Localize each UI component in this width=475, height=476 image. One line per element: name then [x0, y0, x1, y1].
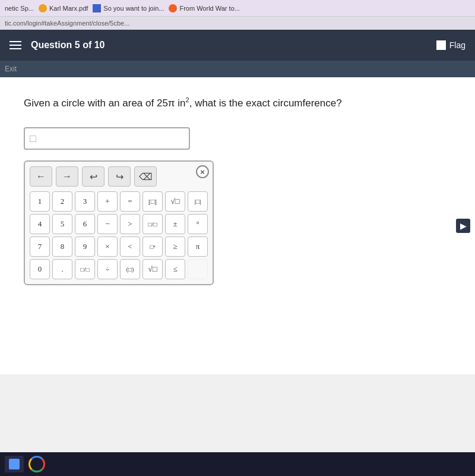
key-5[interactable]: 5	[52, 214, 72, 234]
key-7[interactable]: 7	[30, 237, 50, 257]
keyboard-row-4: 0 . □/□ ÷ (□) √□ ≤	[30, 259, 208, 279]
tab-join[interactable]: So you want to join...	[93, 4, 164, 12]
question-text-before: Given a circle with an area of 25	[24, 97, 168, 109]
globe-icon	[169, 4, 177, 12]
question-text-middle: in	[175, 97, 186, 109]
question-text-after: , what is the exact circumference?	[189, 97, 342, 109]
key-9[interactable]: 9	[75, 237, 95, 257]
key-less[interactable]: <	[120, 237, 140, 257]
key-dot[interactable]: .	[52, 259, 72, 279]
keyboard-row-3: 7 8 9 × < □ⁿ ≥ π	[30, 237, 208, 257]
tab-netic-label: netic Sp...	[5, 5, 34, 12]
taskbar-chrome-icon[interactable]	[28, 456, 45, 472]
key-geq[interactable]: ≥	[165, 237, 185, 257]
answer-placeholder: □	[30, 133, 36, 145]
taskbar	[0, 452, 475, 476]
nav-right-button[interactable]: →	[56, 166, 78, 187]
main-content: Given a circle with an area of 25π in2, …	[0, 77, 475, 374]
question-text: Given a circle with an area of 25π in2, …	[24, 95, 451, 111]
answer-input[interactable]: □	[24, 127, 190, 150]
key-plusminus[interactable]: ±	[165, 214, 185, 234]
key-sqrt[interactable]: √□	[165, 191, 185, 212]
exit-bar: Exit	[0, 61, 475, 77]
right-arrow-icon: ▶	[460, 221, 467, 231]
tab-join-label: So you want to join...	[103, 5, 164, 12]
key-pi[interactable]: π	[188, 237, 208, 257]
key-plus[interactable]: +	[97, 191, 118, 212]
keyboard-nav-row: ← → ↩ ↪ ⌫	[30, 166, 208, 187]
key-8[interactable]: 8	[52, 237, 72, 257]
nav-backspace-button[interactable]: ⌫	[134, 166, 157, 187]
url-text: tic.com/login#takeAssignment/close/5cbe.…	[5, 20, 129, 27]
table-icon	[93, 4, 101, 12]
flag-label: Flag	[449, 40, 466, 50]
nav-redo-button[interactable]: ↪	[108, 166, 131, 187]
keyboard-close-button[interactable]: ×	[196, 165, 209, 178]
key-1[interactable]: 1	[30, 191, 50, 212]
key-frac[interactable]: □/□	[142, 214, 163, 234]
key-minus[interactable]: −	[97, 214, 118, 234]
key-empty	[188, 259, 208, 279]
key-4[interactable]: 4	[30, 214, 50, 234]
hamburger-line-1	[10, 41, 21, 42]
tab-karl-label: Karl Marx.pdf	[49, 5, 88, 12]
key-6[interactable]: 6	[75, 214, 95, 234]
key-leq[interactable]: ≤	[165, 259, 185, 279]
key-abs[interactable]: |□|	[188, 191, 208, 212]
exit-label: Exit	[5, 65, 17, 73]
hamburger-line-3	[10, 48, 21, 49]
key-bracket-val[interactable]: [□]	[142, 191, 163, 212]
tab-war-label: From World War to...	[179, 5, 239, 12]
tab-karl[interactable]: Karl Marx.pdf	[39, 4, 88, 12]
close-icon: ×	[200, 168, 205, 176]
key-divide[interactable]: ÷	[97, 259, 118, 279]
key-sqrt2[interactable]: √□	[142, 259, 163, 279]
key-equals[interactable]: =	[120, 191, 140, 212]
flag-button[interactable]: Flag	[436, 40, 466, 50]
quiz-header: Question 5 of 10 Flag	[0, 30, 475, 61]
keyboard-row-1: 1 2 3 + = [□] √□ |□|	[30, 191, 208, 212]
key-degree[interactable]: °	[188, 214, 208, 234]
question-label: Question 5 of 10	[31, 40, 427, 51]
browser-tabs: netic Sp... Karl Marx.pdf So you want to…	[0, 0, 475, 17]
keyboard-row-2: 4 5 6 − > □/□ ± °	[30, 214, 208, 234]
key-paren-val[interactable]: (□)	[120, 259, 140, 279]
hamburger-menu[interactable]	[10, 41, 21, 49]
windows-icon	[9, 459, 20, 469]
url-bar: tic.com/login#takeAssignment/close/5cbe.…	[0, 17, 475, 30]
taskbar-start-button[interactable]	[5, 456, 24, 472]
key-0[interactable]: 0	[30, 259, 50, 279]
right-nav-arrow[interactable]: ▶	[456, 219, 470, 233]
pi-symbol: π	[168, 97, 175, 109]
key-frac2[interactable]: □/□	[75, 259, 95, 279]
nav-left-button[interactable]: ←	[30, 166, 52, 187]
exit-button[interactable]: Exit	[5, 65, 17, 73]
key-power[interactable]: □ⁿ	[142, 237, 163, 257]
hamburger-line-2	[10, 45, 21, 46]
key-times[interactable]: ×	[97, 237, 118, 257]
flag-icon	[436, 40, 446, 50]
tab-war[interactable]: From World War to...	[169, 4, 239, 12]
nav-undo-button[interactable]: ↩	[82, 166, 104, 187]
key-2[interactable]: 2	[52, 191, 72, 212]
key-3[interactable]: 3	[75, 191, 95, 212]
key-greater[interactable]: >	[120, 214, 140, 234]
math-keyboard: × ← → ↩ ↪ ⌫ 1 2 3 + = [□] √□ |□| 4 5 6 −…	[24, 160, 214, 285]
tab-netic[interactable]: netic Sp...	[5, 5, 34, 12]
pdf-icon	[39, 4, 47, 12]
